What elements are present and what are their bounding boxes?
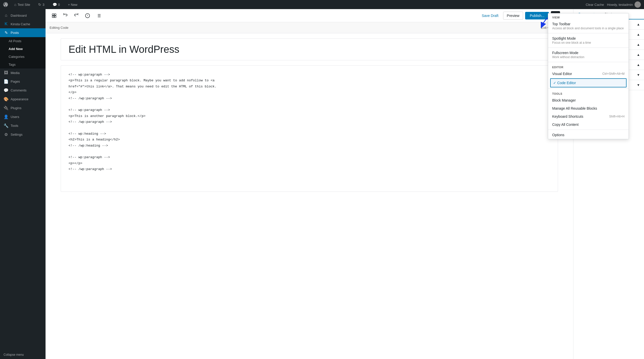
preview-button[interactable]: Preview (503, 12, 523, 20)
adminbar-new[interactable]: + New (66, 0, 79, 9)
options-title: Options (552, 133, 625, 137)
info-button[interactable] (83, 11, 92, 20)
dd-keyboard-shortcuts[interactable]: Keyboard Shortcuts Shift+Alt+H (548, 112, 629, 121)
dashboard-icon: ⌂ (4, 13, 9, 18)
dd-options[interactable]: Options (548, 131, 629, 139)
copy-content-title: Copy All Content (552, 123, 625, 127)
sidebar-item-all-posts[interactable]: All Posts (0, 37, 46, 45)
adminbar-user[interactable]: Howdy, testadmin (607, 1, 641, 8)
top-toolbar-title: Top Toolbar (552, 22, 570, 26)
sidebar-item-posts[interactable]: ✎ Posts (0, 28, 46, 37)
chevron-down-icon: ▼ (637, 83, 640, 87)
sidebar-item-media[interactable]: 🖼 Media (0, 68, 46, 77)
editor-toolbar: Save Draft Preview Publish... ⋮ (46, 9, 573, 22)
collapse-menu[interactable]: Collapse menu (0, 350, 46, 359)
posts-icon: ✎ (4, 30, 9, 35)
adminbar-site[interactable]: ⌂ Test Site (12, 0, 32, 9)
tools-icon: 🔧 (4, 123, 9, 128)
spotlight-title: Spotlight Mode (552, 36, 576, 40)
save-draft-button[interactable]: Save Draft (479, 12, 501, 19)
sidebar-menu: ⌂ Dashboard K Kinsta Cache ✎ Posts All P… (0, 9, 46, 139)
dd-copy-content[interactable]: Copy All Content (548, 121, 629, 129)
top-toolbar-desc: Access all block and document tools in a… (552, 27, 625, 30)
separator (548, 130, 629, 130)
spotlight-desc: Focus on one block at a time (552, 41, 625, 44)
comments-icon: 💬 (4, 88, 9, 93)
sidebar-item-kinsta[interactable]: K Kinsta Cache (0, 20, 46, 28)
dd-top-toolbar[interactable]: Top Toolbar Access all block and documen… (548, 20, 629, 32)
chevron-down-icon: ▼ (637, 73, 640, 77)
separator (548, 88, 629, 89)
dd-block-manager[interactable]: Block Manager (548, 96, 629, 104)
dd-code-editor[interactable]: ✓ Code Editor (550, 78, 627, 87)
svg-rect-3 (54, 16, 56, 17)
keyboard-shortcuts-shortcut: Shift+Alt+H (609, 115, 625, 118)
visual-editor-shortcut: Ctrl+Shift+Alt+M (602, 72, 625, 76)
sidebar-item-pages[interactable]: 📄 Pages (0, 77, 46, 86)
post-title[interactable]: Edit HTML in WordPress (61, 38, 558, 60)
chevron-down-icon: ▲ (637, 33, 640, 36)
visual-editor-title: Visual Editor (552, 72, 572, 76)
sidebar-item-add-new[interactable]: Add New (0, 45, 46, 53)
kinsta-icon: K (4, 22, 9, 26)
publish-button[interactable]: Publish... (525, 12, 549, 19)
separator (548, 33, 629, 33)
chevron-down-icon: ▲ (637, 22, 640, 26)
editing-code-label: Editing Code (50, 26, 68, 30)
adminbar-updates[interactable]: ↻ 3 (36, 0, 46, 9)
wp-logo[interactable] (3, 2, 8, 7)
undo-button[interactable] (61, 11, 70, 20)
posts-submenu: All Posts Add New Categories Tags (0, 37, 46, 68)
sidebar-item-users[interactable]: 👤 Users (0, 112, 46, 121)
users-icon: 👤 (4, 114, 9, 119)
block-manager-title: Block Manager (552, 98, 625, 102)
admin-bar: ⌂ Test Site ↻ 3 💬 0 + New Clear Cache Ho… (0, 0, 644, 9)
keyboard-shortcuts-title: Keyboard Shortcuts (552, 114, 583, 118)
svg-rect-1 (54, 14, 56, 15)
dd-visual-editor[interactable]: Visual Editor Ctrl+Shift+Alt+M (548, 70, 629, 78)
sidebar-item-appearance[interactable]: 🎨 Appearance (0, 95, 46, 104)
svg-rect-2 (52, 16, 54, 17)
sidebar: ⌂ Dashboard K Kinsta Cache ✎ Posts All P… (0, 9, 46, 359)
sidebar-item-categories[interactable]: Categories (0, 53, 46, 61)
editor-content: Edit HTML in WordPress <!-- wp:paragraph… (46, 33, 573, 359)
dd-spotlight-mode[interactable]: Spotlight Mode Focus on one block at a t… (548, 34, 629, 46)
editor-options-dropdown: View Top Toolbar Access all block and do… (548, 13, 629, 139)
manage-reusable-title: Manage All Reusable Blocks (552, 106, 625, 110)
tools-section-label: Tools (548, 90, 629, 96)
dd-manage-reusable[interactable]: Manage All Reusable Blocks (548, 104, 629, 112)
fullscreen-desc: Work without distraction (552, 55, 625, 59)
svg-rect-0 (52, 14, 54, 15)
clear-cache-button[interactable]: Clear Cache (586, 3, 604, 7)
sidebar-item-settings[interactable]: ⚙ Settings (0, 130, 46, 139)
separator (548, 47, 629, 48)
editor-area: Save Draft Preview Publish... ⋮ (46, 9, 573, 359)
chevron-down-icon: ▲ (637, 43, 640, 46)
code-editor-title: ✓ Code Editor (553, 81, 576, 85)
separator (548, 62, 629, 62)
avatar (634, 1, 641, 8)
sidebar-item-dashboard[interactable]: ⌂ Dashboard (0, 11, 46, 20)
code-editor-textarea[interactable]: <!-- wp:paragraph --> <p>This is a regul… (61, 65, 558, 192)
code-editor-bar: Editing Code Exit Code Editor ✕ (46, 22, 573, 33)
plugins-icon: 🔌 (4, 106, 9, 110)
appearance-icon: 🎨 (4, 97, 9, 102)
pages-icon: 📄 (4, 79, 9, 84)
sidebar-item-tools[interactable]: 🔧 Tools (0, 121, 46, 130)
dd-fullscreen-mode[interactable]: Fullscreen Mode Work without distraction (548, 49, 629, 61)
editor-section-label: Editor (548, 63, 629, 70)
view-section-label: View (548, 13, 629, 20)
fullscreen-title: Fullscreen Mode (552, 51, 578, 55)
chevron-down-icon: ▲ (637, 53, 640, 57)
adminbar-comments[interactable]: 💬 0 (51, 0, 62, 9)
list-view-button[interactable] (94, 11, 103, 20)
sidebar-item-plugins[interactable]: 🔌 Plugins (0, 104, 46, 112)
sidebar-item-tags[interactable]: Tags (0, 61, 46, 68)
settings-icon: ⚙ (4, 132, 9, 137)
media-icon: 🖼 (4, 70, 9, 75)
redo-button[interactable] (72, 11, 81, 20)
add-block-button[interactable] (50, 11, 59, 20)
chevron-down-icon: ▲ (637, 63, 640, 67)
sidebar-item-comments[interactable]: 💬 Comments (0, 86, 46, 95)
